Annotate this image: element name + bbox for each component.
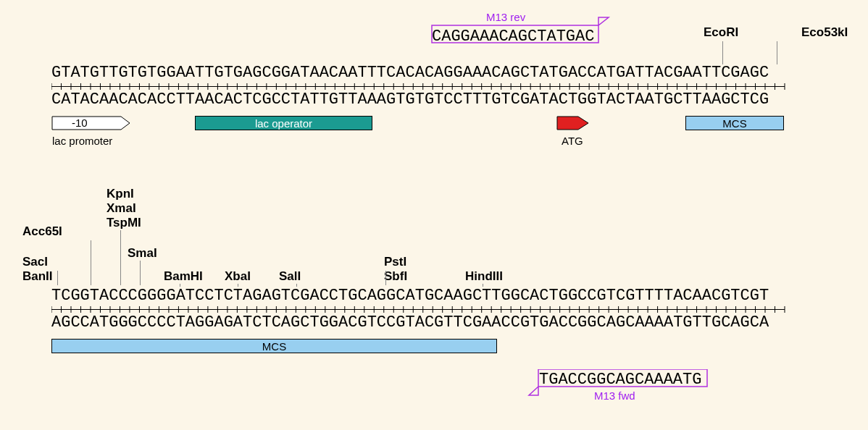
- enzyme-tick-ecori: [722, 41, 723, 64]
- enzyme-kpni: KpnI: [107, 187, 134, 201]
- enzyme-hindiii: HindIII: [465, 269, 503, 284]
- enzyme-sbfi: SbfI: [384, 269, 407, 284]
- enzyme-tick-psti: [385, 271, 386, 285]
- atg-arrow: [556, 116, 590, 130]
- row1-top-seq: GTATGTTGTGTGGAATTGTGAGCGGATAACAATTTCACAC…: [51, 65, 769, 81]
- enzyme-sali: SalI: [279, 269, 301, 284]
- enzyme-psti: PstI: [384, 255, 406, 269]
- lac-operator-feature: lac operator: [195, 116, 372, 130]
- enzyme-tick-eco53ki: [777, 41, 777, 64]
- enzyme-tick-smai: [140, 261, 141, 285]
- m13-rev-outline: [429, 13, 617, 45]
- enzyme-saci: SacI: [22, 255, 48, 269]
- lac-promoter-arrow: [51, 116, 131, 132]
- mcs-feature-row2: MCS: [51, 339, 497, 353]
- enzyme-tick-kpni: [120, 230, 121, 285]
- enzyme-xbai: XbaI: [225, 269, 251, 284]
- atg-label: ATG: [562, 135, 583, 147]
- row1-ruler: [51, 83, 790, 90]
- lac-promoter-label: lac promoter: [52, 135, 112, 147]
- m13-fwd-label: M13 fwd: [594, 389, 635, 402]
- enzyme-ecori: EcoRI: [704, 25, 738, 40]
- enzyme-tick-a: [57, 271, 58, 285]
- enzyme-acc65i: Acc65I: [22, 224, 62, 239]
- enzyme-tick-acc65i: [91, 240, 91, 285]
- row1-bot-seq: CATACAACACACCTTAACACTCGCCTATTGTTAAAGTGTG…: [51, 92, 769, 108]
- enzyme-xmai: XmaI: [107, 201, 136, 216]
- enzyme-eco53ki: Eco53kI: [801, 25, 848, 40]
- enzyme-smai: SmaI: [128, 246, 157, 261]
- enzyme-tspmi: TspMI: [107, 216, 141, 230]
- enzyme-banii: BanII: [22, 269, 53, 284]
- row2-ruler: [51, 305, 790, 313]
- enzyme-bamhi: BamHI: [164, 269, 203, 284]
- row2-bot-seq: AGCCATGGGCCCCTAGGAGATCTCAGCTGGACGTCCGTAC…: [51, 315, 769, 331]
- lac-promoter-text: -10: [72, 117, 88, 129]
- row2-top-seq: TCGGTACCCGGGGATCCTCTAGAGTCGACCTGCAGGCATG…: [51, 288, 769, 304]
- mcs-feature-row1: MCS: [685, 116, 784, 130]
